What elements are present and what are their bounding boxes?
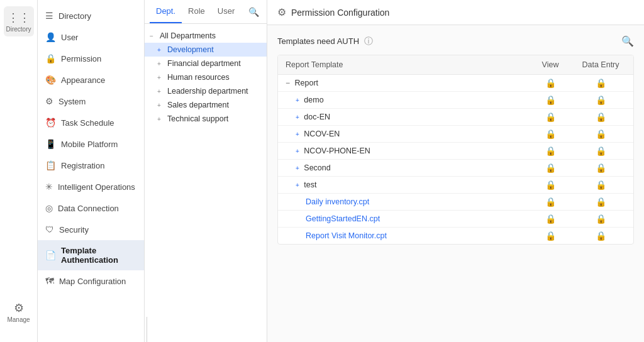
permission-table: Report Template View Data Entry − Report… xyxy=(277,55,634,245)
ncov-phone-view-lock[interactable]: 🔒 xyxy=(525,146,575,156)
sidebar-item-task-schedule[interactable]: ⏰ Task Schedule xyxy=(38,112,144,133)
sidebar-item-template-auth[interactable]: 📄 Template Authentication xyxy=(38,240,144,270)
table-row: + doc-EN 🔒 🔒 xyxy=(278,109,633,126)
icon-nav-directory[interactable]: ⋮⋮ Directory xyxy=(4,6,34,36)
table-row: + test 🔒 🔒 xyxy=(278,177,633,194)
sidebar-item-mobile-platform[interactable]: 📱 Mobile Platform xyxy=(38,133,144,155)
expand-technical: + xyxy=(157,116,165,123)
task-icon: ⏰ xyxy=(45,118,56,128)
sidebar-item-permission[interactable]: 🔒 Permission xyxy=(38,48,144,69)
plus-test-icon[interactable]: + xyxy=(296,182,299,189)
info-icon[interactable]: ⓘ xyxy=(364,36,373,47)
sidebar-item-data-connection[interactable]: ◎ Data Connection xyxy=(38,197,144,219)
sidebar-item-map-config[interactable]: 🗺 Map Configuration xyxy=(38,270,144,292)
sidebar-item-user[interactable]: 👤 User xyxy=(38,26,144,48)
tree-item-sales[interactable]: + Sales department xyxy=(145,98,267,112)
sidebar-item-intelligent-ops[interactable]: ✳ Intelligent Operations xyxy=(38,176,144,197)
table-row: GettingStartedEN.cpt 🔒 🔒 xyxy=(278,211,633,228)
ncov-phone-dataentry-lock[interactable]: 🔒 xyxy=(575,146,626,156)
main-content: ⚙ Permission Configuration Templates nee… xyxy=(267,0,644,342)
expand-development: + xyxy=(157,47,165,53)
table-row: − Report 🔒 🔒 xyxy=(278,75,633,92)
icon-nav-manage[interactable]: ⚙ Manage xyxy=(4,297,34,327)
mobile-icon: 📱 xyxy=(45,139,56,149)
tree-item-financial[interactable]: + Financial department xyxy=(145,57,267,70)
demo-dataentry-lock[interactable]: 🔒 xyxy=(575,95,626,105)
plus-second-icon[interactable]: + xyxy=(296,165,299,172)
user-icon: 👤 xyxy=(45,32,56,42)
sidebar-item-security[interactable]: 🛡 Security xyxy=(38,219,144,240)
tree-item-technical[interactable]: + Technical support xyxy=(145,112,267,126)
demo-view-lock[interactable]: 🔒 xyxy=(525,95,575,105)
expand-all-departments: − xyxy=(150,33,157,40)
col-view: View xyxy=(525,60,575,69)
second-view-lock[interactable]: 🔒 xyxy=(525,163,575,173)
tree-item-all-departments[interactable]: − All Departments xyxy=(145,29,267,43)
test-view-lock[interactable]: 🔒 xyxy=(525,180,575,190)
plus-doc-en-icon[interactable]: + xyxy=(296,114,299,121)
top-bar-icon: ⚙ xyxy=(277,6,286,18)
intelligent-icon: ✳ xyxy=(45,182,53,192)
gear-icon: ⚙ xyxy=(14,301,24,315)
permission-icon: 🔒 xyxy=(45,53,56,63)
second-dataentry-lock[interactable]: 🔒 xyxy=(575,163,626,173)
getting-started-link[interactable]: GettingStartedEN.cpt xyxy=(306,214,380,223)
icon-nav: ⋮⋮ Directory ⚙ Manage xyxy=(0,0,38,342)
tab-dept[interactable]: Dept. xyxy=(150,0,182,23)
page-title: Permission Configuration xyxy=(291,8,389,18)
report-view-lock[interactable]: 🔒 xyxy=(525,78,575,88)
icon-nav-directory-label: Directory xyxy=(6,26,31,33)
directory-icon: ☰ xyxy=(45,11,53,21)
tree-item-leadership[interactable]: + Leadership department xyxy=(145,84,267,98)
daily-dataentry-lock[interactable]: 🔒 xyxy=(575,197,626,207)
doc-en-dataentry-lock[interactable]: 🔒 xyxy=(575,112,626,122)
getting-started-dataentry-lock[interactable]: 🔒 xyxy=(575,214,626,224)
ncov-en-view-lock[interactable]: 🔒 xyxy=(525,129,575,139)
report-visit-dataentry-lock[interactable]: 🔒 xyxy=(575,231,626,241)
mid-search-icon[interactable]: 🔍 xyxy=(246,4,262,19)
test-dataentry-lock[interactable]: 🔒 xyxy=(575,180,626,190)
table-row: + NCOV-EN 🔒 🔒 xyxy=(278,126,633,143)
sidebar-item-appearance[interactable]: 🎨 Appearance xyxy=(38,69,144,91)
tab-user[interactable]: User xyxy=(211,0,241,23)
registration-icon: 📋 xyxy=(45,160,56,170)
system-icon: ⚙ xyxy=(45,96,53,106)
mid-panel: Dept. Role User 🔍 − All Departments + De… xyxy=(145,0,267,342)
table-row: + Second 🔒 🔒 xyxy=(278,160,633,177)
plus-ncov-en-icon[interactable]: + xyxy=(296,131,299,138)
report-visit-view-lock[interactable]: 🔒 xyxy=(525,231,575,241)
plus-demo-icon[interactable]: + xyxy=(296,97,299,104)
tab-role[interactable]: Role xyxy=(182,0,211,23)
report-visit-link[interactable]: Report Visit Monitor.cpt xyxy=(306,231,387,240)
icon-nav-manage-label: Manage xyxy=(7,316,30,323)
mid-tabs: Dept. Role User 🔍 xyxy=(145,0,267,24)
mid-tree: − All Departments + Development + Financ… xyxy=(145,24,267,317)
plus-ncov-phone-icon[interactable]: + xyxy=(296,148,299,155)
sidebar-item-registration[interactable]: 📋 Registration xyxy=(38,155,144,176)
getting-started-view-lock[interactable]: 🔒 xyxy=(525,214,575,224)
daily-view-lock[interactable]: 🔒 xyxy=(525,197,575,207)
ncov-en-dataentry-lock[interactable]: 🔒 xyxy=(575,129,626,139)
table-row: Report Visit Monitor.cpt 🔒 🔒 xyxy=(278,228,633,244)
sidebar: ☰ Directory 👤 User 🔒 Permission 🎨 Appear… xyxy=(38,0,145,342)
daily-inventory-link[interactable]: Daily inventory.cpt xyxy=(306,197,369,206)
table-header: Report Template View Data Entry xyxy=(278,55,633,75)
templates-need-auth-label: Templates need AUTH xyxy=(277,36,359,46)
top-bar: ⚙ Permission Configuration xyxy=(267,0,644,25)
data-connection-icon: ◎ xyxy=(45,203,53,213)
table-row: + NCOV-PHONE-EN 🔒 🔒 xyxy=(278,143,633,160)
minus-report-icon[interactable]: − xyxy=(286,79,290,87)
report-dataentry-lock[interactable]: 🔒 xyxy=(575,78,626,88)
panel-resizer[interactable] xyxy=(145,317,148,342)
tree-item-development[interactable]: + Development xyxy=(145,43,267,57)
grid-icon: ⋮⋮ xyxy=(8,11,30,25)
header-search-icon[interactable]: 🔍 xyxy=(621,35,634,47)
doc-en-view-lock[interactable]: 🔒 xyxy=(525,112,575,122)
expand-financial: + xyxy=(157,60,165,67)
appearance-icon: 🎨 xyxy=(45,75,56,85)
sidebar-item-system[interactable]: ⚙ System xyxy=(38,91,144,112)
tree-item-human-resources[interactable]: + Human resources xyxy=(145,70,267,84)
sidebar-item-directory[interactable]: ☰ Directory xyxy=(38,5,144,26)
col-report-template: Report Template xyxy=(286,60,525,69)
expand-sales: + xyxy=(157,102,165,109)
